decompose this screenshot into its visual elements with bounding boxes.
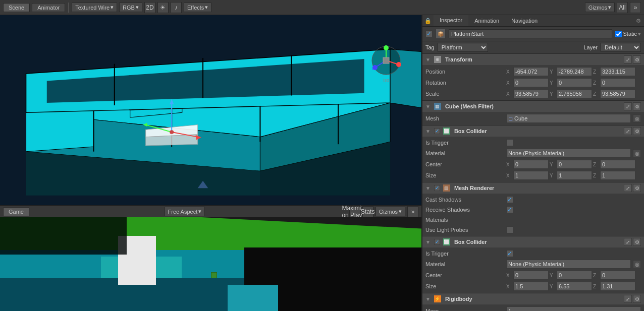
light-toggle[interactable]: ☀ (157, 2, 169, 13)
rot-x-input[interactable] (513, 78, 549, 87)
bc2-settings[interactable]: ⚙ (633, 238, 641, 246)
mesh-filter-actions: ⤢ ⚙ (624, 102, 641, 110)
maximize-btn[interactable]: Maximize on Play (349, 206, 360, 217)
bc1-settings[interactable]: ⚙ (633, 127, 641, 135)
game-tab[interactable]: Game (3, 207, 29, 216)
scene-tab-label: Scene (9, 5, 24, 11)
active-toggle[interactable]: ✓ (425, 30, 433, 37)
tag-select[interactable]: Platform (438, 43, 488, 52)
color-mode-dropdown[interactable]: RGB ▾ (119, 3, 142, 12)
size1-x[interactable] (513, 171, 549, 180)
static-checkbox[interactable] (615, 31, 622, 37)
is-trigger-2-checkbox[interactable]: ✓ (506, 250, 513, 257)
material-1-pick[interactable]: ◎ (633, 149, 641, 157)
overflow-btn[interactable]: » (407, 206, 418, 217)
mesh-renderer-header[interactable]: ▼ ✓ ▧ Mesh Renderer ⤢ ⚙ (422, 182, 644, 194)
use-light-probes-row: Use Light Probes (422, 225, 644, 235)
inspector-scroll: ✓ 📦 Static ▾ Tag Platform Layer (422, 27, 644, 311)
2d-toggle[interactable]: 2D (144, 2, 155, 13)
transform-expand[interactable]: ⤢ (624, 55, 632, 64)
pos-y-input[interactable] (557, 67, 592, 76)
bc2-expand[interactable]: ⤢ (624, 238, 632, 246)
overflow-btn[interactable]: » (630, 2, 641, 13)
scale-x-input[interactable] (513, 89, 549, 98)
pos-x-input[interactable] (513, 67, 549, 76)
inspector-tab[interactable]: Inspector (434, 15, 468, 26)
gizmos-dropdown[interactable]: Gizmos ▾ (585, 3, 615, 12)
object-name-field[interactable] (449, 29, 612, 38)
materials-row: Materials (422, 215, 644, 225)
bc1-expand[interactable]: ⤢ (624, 127, 632, 135)
size-2-fields: X Y Z (506, 282, 641, 291)
receive-shadows-checkbox[interactable]: ✓ (506, 206, 513, 213)
rb-actions: ⤢ ⚙ (624, 295, 641, 303)
is-trigger-1-checkbox[interactable] (506, 139, 513, 146)
center2-y[interactable] (557, 271, 592, 280)
rb-expand[interactable]: ⤢ (624, 295, 632, 303)
stats-btn[interactable]: Stats (362, 206, 373, 217)
chevron-icon: ▾ (205, 4, 208, 11)
material-2-pick[interactable]: ◎ (633, 260, 641, 268)
game-bg (0, 217, 421, 311)
tag-layer-row: Tag Platform Layer Default (422, 41, 644, 54)
green-marker (211, 272, 217, 278)
size2-x[interactable] (513, 282, 549, 291)
center2-x[interactable] (513, 271, 549, 280)
gizmo-widget[interactable]: y x z Iso (371, 45, 401, 76)
scene-tab[interactable]: Scene (3, 3, 30, 12)
center1-y[interactable] (557, 160, 592, 169)
cast-shadows-checkbox[interactable]: ✓ (506, 196, 513, 203)
transform-header[interactable]: ▼ ⊕ Transform ⤢ ⚙ (422, 54, 644, 65)
box-collider-1-header[interactable]: ▼ ✓ ⬜ Box Collider ⤢ ⚙ (422, 126, 644, 137)
svg-text:z: z (372, 66, 374, 71)
rigidbody-header[interactable]: ▼ ⚡ Rigidbody ⤢ ⚙ (422, 293, 644, 304)
aspect-dropdown[interactable]: Free Aspect ▾ (165, 207, 205, 216)
bc1-enable[interactable]: ✓ (434, 128, 440, 134)
mesh-filter-header[interactable]: ▼ ▦ Cube (Mesh Filter) ⤢ ⚙ (422, 101, 644, 112)
animator-tab[interactable]: Animator (32, 3, 65, 12)
mf-expand[interactable]: ⤢ (624, 102, 632, 110)
size2-y[interactable] (557, 282, 592, 291)
bc2-enable[interactable]: ✓ (434, 239, 440, 245)
material-1-field: None (Physic Material) (506, 149, 631, 158)
scale-y-input[interactable] (557, 89, 592, 98)
box-collider-2-component: ▼ ✓ ⬜ Box Collider ⤢ ⚙ Is Trigger (422, 236, 644, 293)
mass-input[interactable] (506, 306, 641, 311)
mr-enable[interactable]: ✓ (434, 185, 440, 191)
size1-y[interactable] (557, 171, 592, 180)
effects-dropdown[interactable]: Effects ▾ (184, 3, 211, 12)
size1-z[interactable] (600, 171, 635, 180)
box-collider-2-icon: ⬜ (443, 238, 450, 245)
mf-settings[interactable]: ⚙ (633, 102, 641, 110)
audio-toggle[interactable]: ♪ (171, 2, 182, 13)
center2-z[interactable] (600, 271, 635, 280)
rot-y-input[interactable] (557, 78, 592, 87)
rb-body: Mass Drag Angular Drag Use Gravity (422, 304, 644, 311)
mesh-filter-body: Mesh ◻ Cube ◎ (422, 112, 644, 125)
lock-btn[interactable]: ⚙ (633, 15, 644, 26)
center1-z[interactable] (600, 160, 635, 169)
use-light-probes-checkbox[interactable] (506, 226, 513, 233)
display-mode-dropdown[interactable]: Textured Wire ▾ (72, 3, 117, 12)
search-all-btn[interactable]: All (617, 2, 628, 13)
navigation-tab[interactable]: Navigation (505, 15, 544, 26)
rotation-fields: X Y Z (506, 78, 641, 87)
box-collider-2-header[interactable]: ▼ ✓ ⬜ Box Collider ⤢ ⚙ (422, 236, 644, 247)
game-gizmos-dropdown[interactable]: Gizmos ▾ (375, 207, 405, 216)
animation-tab[interactable]: Animation (468, 15, 505, 26)
game-toolbar: Game Free Aspect ▾ Maximize on Play Stat… (0, 206, 421, 217)
transform-settings[interactable]: ⚙ (633, 55, 641, 64)
rot-z-input[interactable] (600, 78, 635, 87)
mr-expand[interactable]: ⤢ (624, 184, 632, 192)
mr-settings[interactable]: ⚙ (633, 184, 641, 192)
mesh-pick-btn[interactable]: ◎ (633, 114, 641, 122)
transform-icon: ⊕ (434, 56, 441, 63)
scale-z-input[interactable] (600, 89, 635, 98)
layer-select[interactable]: Default (601, 43, 641, 52)
center1-x[interactable] (513, 160, 549, 169)
bc2-body: Is Trigger ✓ Material None (Physic Mater… (422, 247, 644, 293)
pos-z-input[interactable] (600, 67, 635, 76)
size-2-row: Size X Y Z (422, 281, 644, 292)
rb-settings[interactable]: ⚙ (633, 295, 641, 303)
size2-z[interactable] (600, 282, 635, 291)
